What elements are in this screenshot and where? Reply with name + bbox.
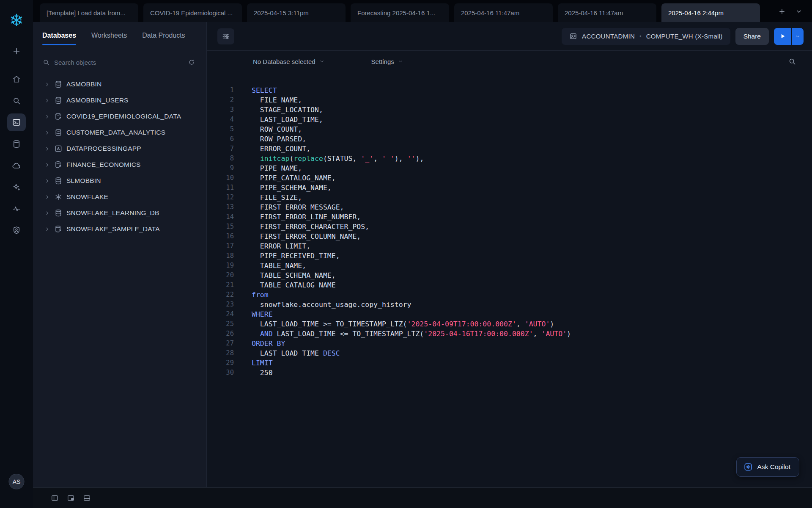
db-icon bbox=[54, 209, 63, 217]
worksheet-tab-bar: [Template] Load data from...COVID-19 Epi… bbox=[33, 0, 812, 22]
chevron-right-icon[interactable] bbox=[44, 113, 50, 120]
admin-nav[interactable] bbox=[7, 221, 26, 239]
code-line[interactable]: 20 TABLE_SCHEMA_NAME, bbox=[207, 271, 812, 280]
admin-icon bbox=[12, 226, 21, 235]
code-line[interactable]: 22from bbox=[207, 290, 812, 300]
code-line[interactable]: 9 PIPE_NAME, bbox=[207, 163, 812, 173]
database-item[interactable]: SLMOBBIN bbox=[33, 173, 206, 189]
worksheet-tab[interactable]: 2025-04-16 11:47am bbox=[454, 3, 553, 22]
run-query-button[interactable] bbox=[774, 28, 791, 45]
code-line[interactable]: 30 250 bbox=[207, 368, 812, 378]
code-line[interactable]: 10 PIPE_CATALOG_NAME, bbox=[207, 173, 812, 183]
code-line[interactable]: 27ORDER BY bbox=[207, 339, 812, 348]
code-line[interactable]: 15 FIRST_ERROR_CHARACTER_POS, bbox=[207, 222, 812, 232]
new-tab-button[interactable] bbox=[775, 4, 789, 19]
worksheet-tab[interactable]: Forecasting 2025-04-16 1... bbox=[351, 3, 449, 22]
projects-nav[interactable] bbox=[7, 113, 26, 131]
run-options-button[interactable] bbox=[792, 28, 804, 45]
code-line[interactable]: 16 FIRST_ERROR_COLUMN_NAME, bbox=[207, 232, 812, 241]
database-item[interactable]: ASMOBBIN bbox=[33, 76, 206, 92]
code-line[interactable]: 21 TABLE_CATALOG_NAME bbox=[207, 280, 812, 290]
data-nav[interactable] bbox=[7, 135, 26, 153]
code-line[interactable]: 14 FIRST_ERROR_LINE_NUMBER, bbox=[207, 212, 812, 222]
sidebar-tab-worksheets[interactable]: Worksheets bbox=[91, 22, 127, 49]
code-line[interactable]: 26 AND LAST_LOAD_TIME <= TO_TIMESTAMP_LT… bbox=[207, 329, 812, 339]
database-item[interactable]: SNOWFLAKE_SAMPLE_DATA bbox=[33, 221, 206, 237]
chevron-right-icon[interactable] bbox=[44, 81, 50, 88]
worksheet-tab[interactable]: 2025-04-16 2:44pm bbox=[661, 3, 760, 22]
refresh-objects-button[interactable] bbox=[185, 56, 198, 69]
code-line[interactable]: 13 FIRST_ERROR_MESSAGE, bbox=[207, 202, 812, 212]
chevron-right-icon[interactable] bbox=[44, 146, 50, 152]
snowflake-logo[interactable]: ❄ bbox=[9, 11, 24, 30]
line-number: 12 bbox=[207, 193, 245, 202]
layout-float-toggle[interactable] bbox=[64, 491, 77, 504]
code-line[interactable]: 19 TABLE_NAME, bbox=[207, 261, 812, 271]
chevron-right-icon[interactable] bbox=[44, 194, 50, 200]
code-line[interactable]: 11 PIPE_SCHEMA_NAME, bbox=[207, 183, 812, 193]
role-label: ACCOUNTADMIN bbox=[582, 33, 635, 40]
code-line[interactable]: 18 PIPE_RECEIVED_TIME, bbox=[207, 251, 812, 261]
code-text: LIMIT bbox=[245, 358, 273, 368]
search-objects-input[interactable] bbox=[54, 59, 181, 66]
database-item[interactable]: COVID19_EPIDEMIOLOGICAL_DATA bbox=[33, 108, 206, 124]
chevron-right-icon[interactable] bbox=[44, 178, 50, 184]
code-line[interactable]: 17 ERROR_LIMIT, bbox=[207, 241, 812, 251]
ai-ml-nav[interactable] bbox=[7, 178, 26, 196]
code-line[interactable]: 24WHERE bbox=[207, 309, 812, 319]
code-line[interactable]: 6 ROW_PARSED, bbox=[207, 134, 812, 144]
code-line[interactable]: 8 initcap(replace(STATUS, '_', ' '), '')… bbox=[207, 154, 812, 163]
chevron-right-icon[interactable] bbox=[44, 130, 50, 136]
database-item[interactable]: DATAPROCESSINGAPP bbox=[33, 141, 206, 157]
code-line[interactable]: 23 snowflake.account_usage.copy_history bbox=[207, 300, 812, 309]
home-nav[interactable] bbox=[7, 70, 26, 88]
code-line[interactable]: 25 LAST_LOAD_TIME >= TO_TIMESTAMP_LTZ('2… bbox=[207, 319, 812, 329]
tab-overflow-button[interactable] bbox=[792, 4, 806, 19]
worksheet-tab[interactable]: COVID-19 Epidemiological ... bbox=[143, 3, 242, 22]
database-name: SNOWFLAKE_SAMPLE_DATA bbox=[66, 225, 160, 233]
sidebar-tab-data-products[interactable]: Data Products bbox=[142, 22, 185, 49]
code-line[interactable]: 28 LAST_LOAD_TIME DESC bbox=[207, 348, 812, 358]
database-selector-dropdown[interactable]: No Database selected bbox=[253, 58, 325, 65]
code-line[interactable]: 1SELECT bbox=[207, 86, 812, 95]
sql-code-editor[interactable]: 1SELECT2 FILE_NAME,3 STAGE_LOCATION,4 LA… bbox=[207, 72, 812, 487]
database-item[interactable]: SNOWFLAKE bbox=[33, 189, 206, 205]
layout-bottom-toggle[interactable] bbox=[80, 491, 93, 504]
code-line[interactable]: 7 ERROR_COUNT, bbox=[207, 144, 812, 154]
sidebar-tab-databases[interactable]: Databases bbox=[42, 22, 76, 49]
database-name: SNOWFLAKE bbox=[66, 193, 108, 201]
layout-left-toggle[interactable] bbox=[48, 491, 61, 504]
cloud-nav[interactable] bbox=[7, 157, 26, 174]
line-number: 20 bbox=[207, 271, 245, 280]
worksheet-tab[interactable]: 2025-04-15 3:11pm bbox=[247, 3, 346, 22]
worksheet-tab[interactable]: 2025-04-16 11:47am bbox=[558, 3, 656, 22]
chevron-right-icon[interactable] bbox=[44, 226, 50, 232]
role-warehouse-selector[interactable]: ACCOUNTADMIN • COMPUTE_WH (X-Small) bbox=[562, 28, 730, 45]
query-filters-button[interactable] bbox=[217, 28, 234, 44]
database-item[interactable]: FINANCE_ECONOMICS bbox=[33, 157, 206, 173]
database-name: COVID19_EPIDEMIOLOGICAL_DATA bbox=[66, 113, 181, 120]
share-button[interactable]: Share bbox=[735, 28, 769, 45]
line-number: 27 bbox=[207, 339, 245, 348]
database-item[interactable]: CUSTOMER_DATA_ANALYTICS bbox=[33, 124, 206, 141]
editor-search-button[interactable] bbox=[785, 54, 799, 69]
code-line[interactable]: 3 STAGE_LOCATION, bbox=[207, 105, 812, 115]
monitoring-nav[interactable] bbox=[7, 200, 26, 218]
line-number: 28 bbox=[207, 348, 245, 358]
database-item[interactable]: ASMOBBIN_USERS bbox=[33, 92, 206, 108]
chevron-right-icon[interactable] bbox=[44, 97, 50, 104]
code-line[interactable]: 29LIMIT bbox=[207, 358, 812, 368]
code-line[interactable]: 4 LAST_LOAD_TIME, bbox=[207, 115, 812, 124]
code-line[interactable]: 12 FILE_SIZE, bbox=[207, 193, 812, 202]
chevron-right-icon[interactable] bbox=[44, 210, 50, 216]
user-avatar[interactable]: AS bbox=[9, 474, 25, 489]
code-line[interactable]: 2 FILE_NAME, bbox=[207, 95, 812, 105]
database-item[interactable]: SNOWFLAKE_LEARNING_DB bbox=[33, 205, 206, 221]
chevron-right-icon[interactable] bbox=[44, 162, 50, 168]
settings-dropdown[interactable]: Settings bbox=[371, 58, 403, 65]
new-worksheet-button[interactable] bbox=[7, 42, 26, 60]
code-line[interactable]: 5 ROW_COUNT, bbox=[207, 124, 812, 134]
search-nav[interactable] bbox=[7, 92, 26, 110]
ask-copilot-button[interactable]: Ask Copilot bbox=[736, 457, 799, 477]
worksheet-tab[interactable]: [Template] Load data from... bbox=[40, 3, 138, 22]
